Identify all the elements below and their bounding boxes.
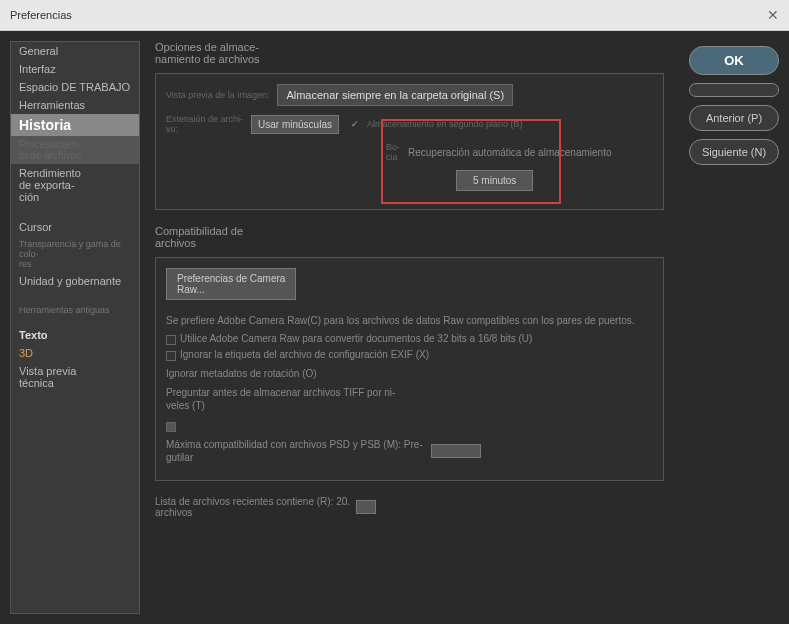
- cameraraw-button[interactable]: Preferencias de Camera Raw...: [166, 268, 296, 300]
- file-save-panel: Vista previa de la imagen: Almacenar sie…: [155, 73, 664, 210]
- interval-dropdown[interactable]: 5 minutos: [456, 170, 533, 191]
- sidebar-item-3d[interactable]: 3D: [11, 344, 139, 362]
- sidebar-item-history[interactable]: Historia: [11, 114, 139, 136]
- use-acr-checkbox[interactable]: [166, 335, 176, 345]
- prev-button[interactable]: Anterior (P): [689, 105, 779, 131]
- sidebar-item-text[interactable]: Texto: [11, 326, 139, 344]
- recent-files-label: Lista de archivos recientes contiene (R)…: [155, 496, 350, 518]
- psd-checkbox[interactable]: [166, 422, 176, 432]
- sidebar-item-export[interactable]: Rendimiento de exporta- ción: [11, 164, 139, 206]
- bocia-label: Bo- cia: [386, 142, 400, 162]
- compat-panel: Preferencias de Camera Raw... Se prefier…: [155, 257, 664, 481]
- psd-compat-dropdown[interactable]: [431, 444, 481, 458]
- auto-recovery-label: Recuperación automática de almacenamient…: [408, 147, 611, 158]
- sidebar-item-units[interactable]: Unidad y gobernante: [11, 272, 139, 290]
- sidebar-item-general[interactable]: General: [11, 42, 139, 60]
- cancel-button[interactable]: [689, 83, 779, 97]
- content-area: Opciones de almace- namiento de archivos…: [140, 31, 679, 624]
- preview-dropdown[interactable]: Almacenar siempre en la carpeta original…: [277, 84, 513, 106]
- prefer-acr-text: Se prefiere Adobe Camera Raw(C) para los…: [166, 314, 653, 327]
- main-container: General Interfaz Espacio DE TRABAJO Herr…: [0, 31, 789, 624]
- next-button[interactable]: Siguiente (N): [689, 139, 779, 165]
- ignore-exif-label: Ignorar la etiqueta del archivo de confi…: [180, 349, 429, 360]
- section2-title: Compatibilidad de archivos: [155, 225, 664, 249]
- ignore-rotation-label: Ignorar metadatos de rotación (O): [166, 367, 653, 380]
- button-column: OK Anterior (P) Siguiente (N): [679, 31, 789, 624]
- preview-label: Vista previa de la imagen:: [166, 90, 269, 100]
- sidebar-item-legacy[interactable]: Herramientas antiguas: [11, 302, 139, 318]
- sidebar-item-tools[interactable]: Herramientas: [11, 96, 139, 114]
- sidebar-item-transp[interactable]: Transparencia y gama de colo- res: [11, 236, 139, 272]
- ask-tiff-label: Preguntar antes de almacenar archivos TI…: [166, 386, 653, 412]
- ok-button[interactable]: OK: [689, 46, 779, 75]
- sidebar-item-techprev[interactable]: Vista previa técnica: [11, 362, 139, 392]
- use-acr-label: Utilice Adobe Camera Raw para convertir …: [180, 333, 532, 344]
- titlebar: Preferencias ✕: [0, 0, 789, 31]
- sidebar: General Interfaz Espacio DE TRABAJO Herr…: [10, 41, 140, 614]
- section1-title: Opciones de almace- namiento de archivos: [155, 41, 664, 65]
- sidebar-item-workspace[interactable]: Espacio DE TRABAJO: [11, 78, 139, 96]
- bg-save-check[interactable]: Almacenamiento en segundo plano (B): [367, 119, 523, 129]
- ext-label: Extensión de archi- vo:: [166, 114, 243, 134]
- ext-dropdown[interactable]: Usar minúsculas: [251, 115, 339, 134]
- sidebar-item-cursor[interactable]: Cursor: [11, 218, 139, 236]
- sidebar-item-interfaz[interactable]: Interfaz: [11, 60, 139, 78]
- psd-compat-label: Máxima compatibilidad con archivos PSD y…: [166, 438, 423, 464]
- window-title: Preferencias: [10, 9, 72, 21]
- recent-files-input[interactable]: [356, 500, 376, 514]
- close-icon[interactable]: ✕: [767, 7, 779, 23]
- ignore-exif-checkbox[interactable]: [166, 351, 176, 361]
- sidebar-item-fileproc[interactable]: Procesamien- to de archivos: [11, 136, 139, 164]
